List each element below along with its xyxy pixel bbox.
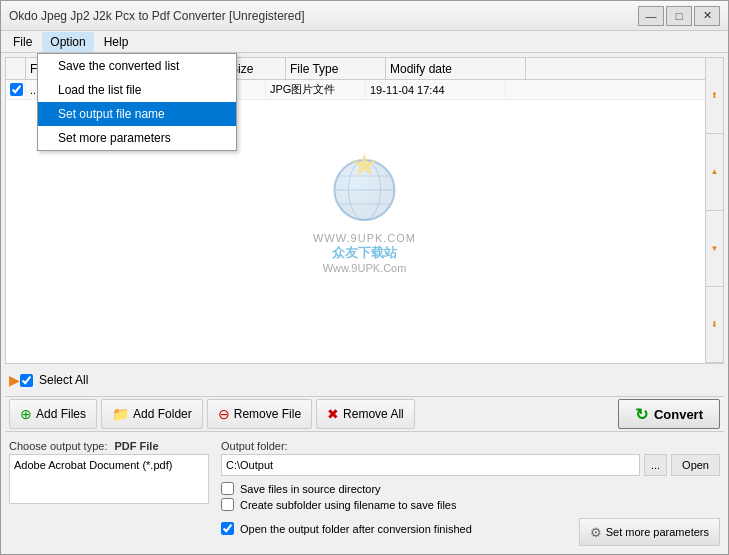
dropdown-save-list[interactable]: Save the converted list — [38, 54, 236, 78]
minimize-button[interactable]: — — [638, 6, 664, 26]
output-format-list: Adobe Acrobat Document (*.pdf) — [9, 454, 209, 504]
set-more-params-button[interactable]: ⚙ Set more parameters — [579, 518, 720, 546]
checkbox-open-after: Open the output folder after conversion … — [221, 522, 472, 535]
menu-help-label: Help — [104, 35, 129, 49]
option-dropdown: Save the converted list Load the list fi… — [37, 53, 237, 151]
select-all-area[interactable]: Select All — [20, 373, 88, 387]
row-filetype: JPG图片文件 — [266, 80, 366, 99]
main-window: Okdo Jpeg Jp2 J2k Pcx to Pdf Converter [… — [0, 0, 729, 555]
browse-button[interactable]: ... — [644, 454, 667, 476]
open-after-label: Open the output folder after conversion … — [240, 523, 472, 535]
close-button[interactable]: ✕ — [694, 6, 720, 26]
dropdown-load-list[interactable]: Load the list file — [38, 78, 236, 102]
select-all-label: Select All — [39, 373, 88, 387]
open-folder-button[interactable]: Open — [671, 454, 720, 476]
folder-label: Output folder: — [221, 440, 720, 452]
window-controls: — □ ✕ — [638, 6, 720, 26]
row-modifydate: 19-11-04 17:44 — [366, 80, 506, 99]
output-type-value: PDF File — [115, 440, 159, 452]
add-files-icon: ⊕ — [20, 406, 32, 422]
save-source-label: Save files in source directory — [240, 483, 381, 495]
remove-file-icon: ⊖ — [218, 406, 230, 422]
scroll-bottom-button[interactable]: ⬇ — [706, 287, 723, 363]
choose-output-label: Choose output type: PDF File — [9, 440, 209, 452]
set-params-label: Set more parameters — [606, 526, 709, 538]
menu-option-label: Option — [50, 35, 85, 49]
add-files-button[interactable]: ⊕ Add Files — [9, 399, 97, 429]
convert-label: Convert — [654, 407, 703, 422]
folder-path-input[interactable] — [221, 454, 640, 476]
th-filetype: File Type — [286, 58, 386, 79]
remove-all-label: Remove All — [343, 407, 404, 421]
th-modifydate: Modify date — [386, 58, 526, 79]
scroll-down-button[interactable]: ▼ — [706, 211, 723, 287]
menu-help[interactable]: Help — [96, 32, 137, 52]
window-title: Okdo Jpeg Jp2 J2k Pcx to Pdf Converter [… — [9, 9, 304, 23]
menu-file[interactable]: File — [5, 32, 40, 52]
folder-row: ... Open — [221, 454, 720, 476]
add-folder-label: Add Folder — [133, 407, 192, 421]
remove-all-icon: ✖ — [327, 406, 339, 422]
format-option: Adobe Acrobat Document (*.pdf) — [14, 459, 172, 471]
output-section: Choose output type: PDF File Adobe Acrob… — [5, 436, 724, 550]
th-check — [6, 58, 26, 79]
create-subfolder-label: Create subfolder using filename to save … — [240, 499, 456, 511]
menu-bar: File Option Help Save the converted list… — [1, 31, 728, 53]
file-checkbox[interactable] — [10, 83, 23, 96]
checkbox-save-source: Save files in source directory — [221, 482, 720, 495]
convert-icon: ↻ — [635, 405, 648, 424]
row-checkbox[interactable] — [6, 80, 26, 99]
scroll-buttons: ⬆ ▲ ▼ ⬇ — [705, 58, 723, 363]
scroll-top-button[interactable]: ⬆ — [706, 58, 723, 134]
remove-all-button[interactable]: ✖ Remove All — [316, 399, 415, 429]
dropdown-set-output[interactable]: Set output file name — [38, 102, 236, 126]
menu-file-label: File — [13, 35, 32, 49]
scroll-up-button[interactable]: ▲ — [706, 134, 723, 210]
add-folder-button[interactable]: 📁 Add Folder — [101, 399, 203, 429]
up-arrow-icon: ▶ — [9, 372, 20, 388]
bottom-bar: ▶ Select All — [5, 368, 724, 392]
gear-icon: ⚙ — [590, 525, 602, 540]
add-folder-icon: 📁 — [112, 406, 129, 422]
checkbox-create-subfolder: Create subfolder using filename to save … — [221, 498, 720, 511]
remove-file-label: Remove File — [234, 407, 301, 421]
maximize-button[interactable]: □ — [666, 6, 692, 26]
convert-button[interactable]: ↻ Convert — [618, 399, 720, 429]
title-bar: Okdo Jpeg Jp2 J2k Pcx to Pdf Converter [… — [1, 1, 728, 31]
toolbar: ⊕ Add Files 📁 Add Folder ⊖ Remove File ✖… — [5, 396, 724, 432]
create-subfolder-checkbox[interactable] — [221, 498, 234, 511]
bottom-options-row: Open the output folder after conversion … — [221, 514, 720, 546]
save-source-checkbox[interactable] — [221, 482, 234, 495]
open-after-checkbox[interactable] — [221, 522, 234, 535]
dropdown-set-params[interactable]: Set more parameters — [38, 126, 236, 150]
remove-file-button[interactable]: ⊖ Remove File — [207, 399, 312, 429]
select-all-checkbox[interactable] — [20, 374, 33, 387]
output-options-panel: Output folder: ... Open Save files in so… — [221, 440, 720, 546]
add-files-label: Add Files — [36, 407, 86, 421]
output-type-panel: Choose output type: PDF File Adobe Acrob… — [9, 440, 209, 546]
menu-option[interactable]: Option — [42, 32, 93, 52]
